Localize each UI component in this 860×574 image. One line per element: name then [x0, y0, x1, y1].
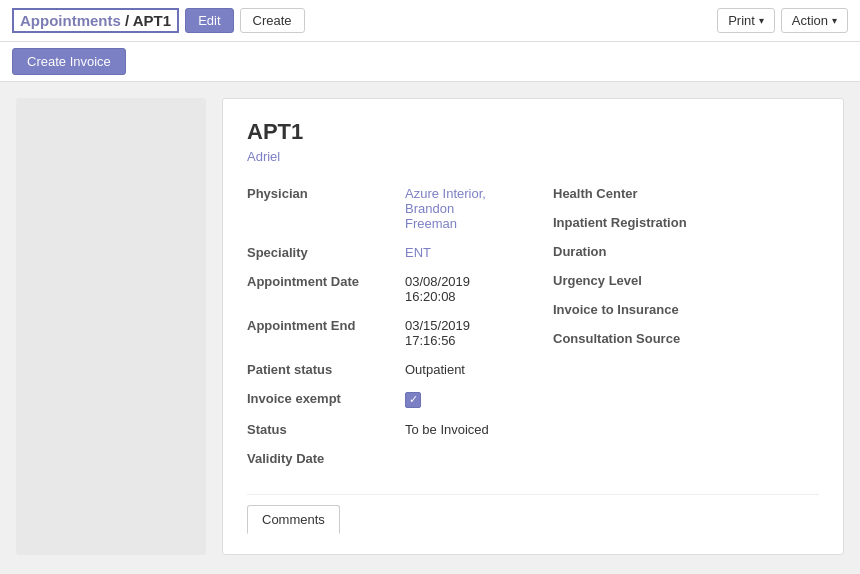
field-value: 03/15/2019 17:16:56: [397, 312, 513, 354]
right-field-label: Invoice to Insurance: [553, 296, 713, 323]
tabs-section: Comments: [247, 494, 819, 534]
toolbar-right: Print ▾ Action ▾: [717, 8, 848, 33]
right-field-value: [713, 238, 729, 250]
field-value[interactable]: ENT: [397, 239, 439, 266]
right-field-value: [713, 325, 729, 337]
content-cols: PhysicianAzure Interior, Brandon Freeman…: [247, 180, 819, 474]
right-field-label: Inpatient Registration: [553, 209, 713, 236]
breadcrumb-separator: /: [121, 12, 133, 29]
action-caret-icon: ▾: [832, 15, 837, 26]
field-label: Appointment Date: [247, 268, 397, 295]
field-value: [397, 445, 413, 457]
breadcrumb-parent[interactable]: Appointments: [20, 12, 121, 29]
right-field-label: Urgency Level: [553, 267, 713, 294]
record-title: APT1: [247, 119, 819, 145]
right-field-label: Consultation Source: [553, 325, 713, 352]
record-card: APT1 Adriel PhysicianAzure Interior, Bra…: [222, 98, 844, 555]
field-label: Speciality: [247, 239, 397, 266]
main-content: APT1 Adriel PhysicianAzure Interior, Bra…: [0, 82, 860, 571]
right-field-label: Duration: [553, 238, 713, 265]
right-field-value: [713, 180, 729, 192]
print-caret-icon: ▾: [759, 15, 764, 26]
col-left: PhysicianAzure Interior, Brandon Freeman…: [247, 180, 513, 474]
field-label: Physician: [247, 180, 397, 207]
print-label: Print: [728, 13, 755, 28]
action-label: Action: [792, 13, 828, 28]
tabs-container: Comments: [247, 505, 819, 534]
invoice-exempt-checkbox[interactable]: ✓: [405, 392, 421, 408]
action-bar: Create Invoice: [0, 42, 860, 82]
create-invoice-button[interactable]: Create Invoice: [12, 48, 126, 75]
toolbar-left: Appointments / APT1 Edit Create: [12, 8, 305, 33]
left-sidebar: [16, 98, 206, 555]
fields-right: Health CenterInpatient RegistrationDurat…: [553, 180, 819, 354]
right-field-label: Health Center: [553, 180, 713, 207]
field-label: Invoice exempt: [247, 385, 397, 412]
action-button[interactable]: Action ▾: [781, 8, 848, 33]
fields-left: PhysicianAzure Interior, Brandon Freeman…: [247, 180, 513, 474]
field-value[interactable]: Azure Interior, Brandon Freeman: [397, 180, 513, 237]
record-subtitle: Adriel: [247, 149, 819, 164]
create-button[interactable]: Create: [240, 8, 305, 33]
field-value: ✓: [397, 385, 429, 414]
print-button[interactable]: Print ▾: [717, 8, 775, 33]
field-label: Validity Date: [247, 445, 397, 472]
top-bar: Appointments / APT1 Edit Create Print ▾ …: [0, 0, 860, 42]
field-label: Status: [247, 416, 397, 443]
col-right: Health CenterInpatient RegistrationDurat…: [553, 180, 819, 474]
field-value: Outpatient: [397, 356, 473, 383]
edit-button[interactable]: Edit: [185, 8, 233, 33]
breadcrumb-current: APT1: [133, 12, 171, 29]
breadcrumb: Appointments / APT1: [12, 8, 179, 33]
field-label: Appointment End: [247, 312, 397, 339]
field-label: Patient status: [247, 356, 397, 383]
right-field-value: [713, 209, 729, 221]
right-field-value: [713, 267, 729, 279]
right-field-value: [713, 296, 729, 308]
field-value: To be Invoiced: [397, 416, 497, 443]
field-value: 03/08/2019 16:20:08: [397, 268, 513, 310]
tab-comments[interactable]: Comments: [247, 505, 340, 534]
